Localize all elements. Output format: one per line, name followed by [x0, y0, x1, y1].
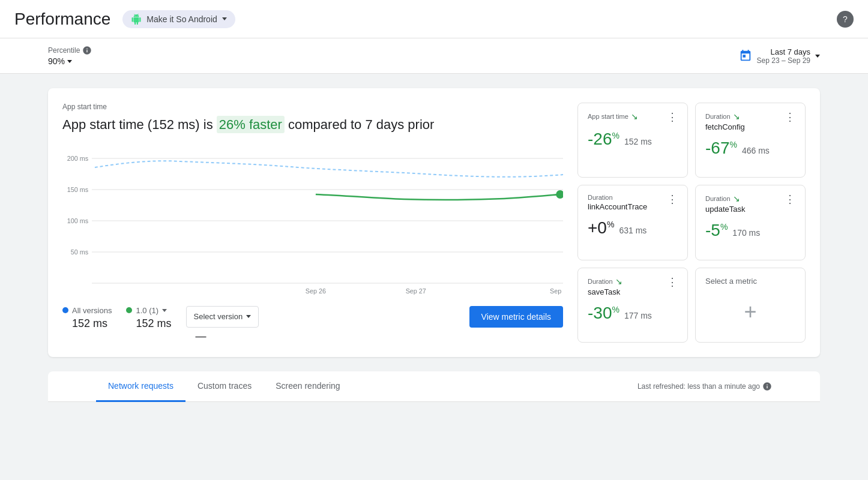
help-icon[interactable]: ? [837, 11, 854, 28]
metric-stats-1: -67% 466 ms [705, 139, 795, 158]
add-metric-button[interactable]: + [705, 290, 795, 334]
page-title: Performance [14, 10, 110, 29]
metrics-grid: App start time ↘ ⋮ -26% 152 ms Durat [577, 103, 806, 343]
refresh-info-icon[interactable] [762, 382, 772, 391]
metric-name-3: updateTask [705, 205, 746, 214]
select-metric-label: Select a metric [705, 277, 757, 286]
select-metric-card[interactable]: Select a metric + [695, 268, 806, 343]
metric-ms-4: 177 ms [624, 311, 652, 320]
metric-ms-1: 466 ms [742, 146, 770, 155]
tab-network-requests[interactable]: Network requests [96, 371, 185, 402]
date-range-sub: Sep 23 – Sep 29 [757, 56, 810, 65]
metric-stats-0: -26% 152 ms [588, 130, 678, 149]
v1-legend: 1.0 (1) 152 ms [126, 306, 171, 330]
chart-headline: App start time (152 ms) is 26% faster co… [62, 116, 563, 134]
view-metric-details-button[interactable]: View metric details [469, 306, 563, 328]
header: Performance Make it So Android ? [0, 0, 868, 38]
metric-more-2[interactable]: ⋮ [667, 194, 678, 205]
date-range-arrow [815, 55, 820, 58]
metric-stats-4: -30% 177 ms [588, 304, 678, 323]
metric-name-2: linkAccountTrace [588, 202, 647, 211]
main-card: App start time App start time (152 ms) i… [48, 88, 820, 357]
metric-type-4: Duration ↘ [588, 277, 622, 286]
all-versions-label: All versions [72, 306, 112, 315]
trend-icon-0: ↘ [631, 112, 638, 121]
metric-more-4[interactable]: ⋮ [667, 277, 678, 287]
headline-suffix: compared to 7 days prior [285, 117, 434, 132]
metric-more-0[interactable]: ⋮ [667, 112, 678, 122]
all-versions-dot [62, 307, 68, 313]
svg-text:150 ms: 150 ms [67, 186, 89, 193]
select-version-dash: — [186, 330, 259, 343]
trend-icon-1: ↘ [733, 112, 740, 121]
controls-bar: Percentile 90% Last 7 days Sep 23 – Sep … [0, 38, 868, 74]
v1-label: 1.0 (1) [136, 306, 158, 315]
calendar-icon [739, 49, 752, 62]
metric-card-fetchconfig: Duration ↘ fetchConfig ⋮ -67% 466 ms [695, 103, 806, 178]
metric-name-4: saveTask [588, 287, 622, 296]
metric-card-updatetask: Duration ↘ updateTask ⋮ -5% 170 ms [695, 185, 806, 260]
metric-ms-0: 152 ms [624, 137, 652, 146]
metric-more-3[interactable]: ⋮ [785, 194, 795, 205]
metric-more-1[interactable]: ⋮ [785, 112, 795, 122]
select-version-legend: Select version — [186, 306, 259, 343]
android-icon [131, 14, 142, 25]
last-refreshed: Last refreshed: less than a minute ago [637, 382, 772, 391]
svg-text:Sep 27: Sep 27 [406, 287, 426, 295]
version-legend: All versions 152 ms 1.0 (1) 152 ms Selec… [62, 306, 563, 343]
info-icon[interactable] [82, 46, 92, 55]
all-versions-value: 152 ms [62, 317, 112, 330]
metric-type-2: Duration [588, 194, 647, 201]
performance-chart: 200 ms 150 ms 100 ms 50 ms Sep 26 Sep 27… [62, 146, 563, 296]
chart-container: 200 ms 150 ms 100 ms 50 ms Sep 26 Sep 27… [62, 146, 563, 296]
svg-text:Sep 26: Sep 26 [306, 287, 326, 295]
v1-value: 152 ms [126, 317, 171, 330]
headline-prefix: App start time (152 ms) is [62, 117, 217, 132]
metric-stats-2: +0% 631 ms [588, 218, 678, 238]
metric-change-4: -30% [588, 304, 619, 323]
metric-change-3: -5% [705, 221, 728, 240]
svg-text:200 ms: 200 ms [67, 155, 89, 162]
metric-card-app-start: App start time ↘ ⋮ -26% 152 ms [577, 103, 688, 178]
percentile-label: Percentile [48, 46, 92, 55]
tabs-section: Network requests Custom traces Screen re… [48, 371, 820, 402]
main-content: App start time App start time (152 ms) i… [0, 74, 868, 416]
metric-change-2: +0% [588, 218, 614, 238]
all-versions-legend: All versions 152 ms [62, 306, 112, 330]
metric-ms-3: 170 ms [732, 228, 760, 238]
metric-change-0: -26% [588, 130, 619, 149]
metric-ms-2: 631 ms [619, 226, 646, 235]
metric-type-0: App start time ↘ [588, 112, 638, 121]
metric-stats-3: -5% 170 ms [705, 221, 795, 240]
chart-section-label: App start time [62, 103, 563, 111]
tab-screen-rendering[interactable]: Screen rendering [264, 371, 352, 402]
svg-text:50 ms: 50 ms [71, 248, 89, 256]
app-selector-arrow [222, 17, 227, 20]
v1-dot [126, 307, 132, 313]
metric-card-savetask: Duration ↘ saveTask ⋮ -30% 177 ms [577, 268, 688, 343]
percentile-value[interactable]: 90% [48, 56, 92, 66]
metric-type-3: Duration ↘ [705, 194, 746, 203]
app-name: Make it So Android [146, 14, 217, 24]
chart-section: App start time App start time (152 ms) i… [62, 103, 563, 343]
trend-icon-3: ↘ [733, 194, 740, 203]
tab-custom-traces[interactable]: Custom traces [185, 371, 264, 402]
app-selector[interactable]: Make it So Android [122, 10, 235, 28]
metric-type-1: Duration ↘ [705, 112, 745, 121]
svg-text:100 ms: 100 ms [67, 217, 89, 224]
headline-highlight: 26% faster [217, 116, 285, 133]
select-version-button[interactable]: Select version [186, 306, 259, 328]
date-range-label: Last 7 days [771, 47, 811, 56]
metric-name-1: fetchConfig [705, 122, 745, 131]
date-range-selector[interactable]: Last 7 days Sep 23 – Sep 29 [739, 47, 820, 65]
percentile-dropdown-arrow [67, 60, 72, 63]
svg-text:Sep 29: Sep 29 [550, 287, 563, 295]
date-range-text: Last 7 days Sep 23 – Sep 29 [757, 47, 810, 65]
trend-icon-4: ↘ [615, 277, 622, 286]
select-version-arrow [246, 315, 251, 318]
v1-dropdown-arrow [162, 309, 167, 312]
tabs-list: Network requests Custom traces Screen re… [96, 371, 352, 401]
metric-change-1: -67% [705, 139, 737, 158]
svg-point-9 [556, 190, 563, 199]
metric-card-linkaccounttrace: Duration linkAccountTrace ⋮ +0% 631 ms [577, 185, 688, 260]
